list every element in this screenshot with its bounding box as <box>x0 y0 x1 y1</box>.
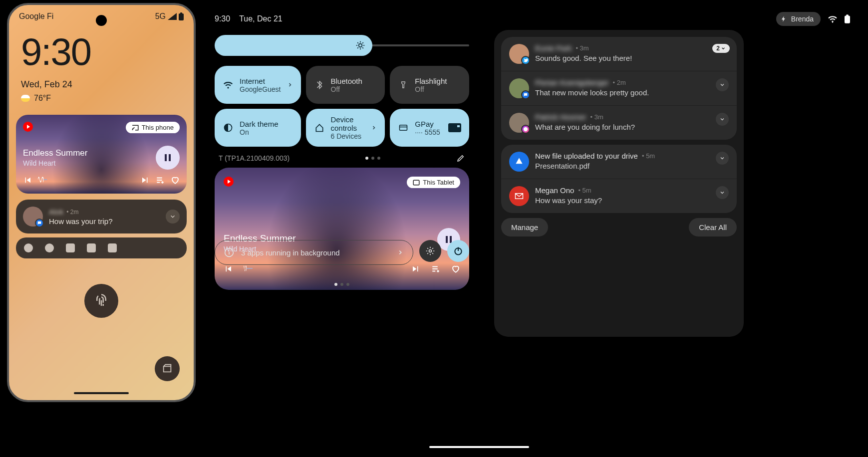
camera-notch <box>96 15 107 26</box>
drive-icon <box>509 152 529 172</box>
tablet-status-bar: 9:30 Tue, Dec 21 Brenda <box>215 0 868 26</box>
chevron-right-icon <box>371 124 377 132</box>
svg-rect-15 <box>457 125 460 127</box>
notification-row[interactable]: Florian Koenigsberger• 2m That new movie… <box>501 71 737 106</box>
user-chip[interactable]: Brenda <box>776 12 821 26</box>
queue-icon[interactable] <box>156 176 165 185</box>
svg-rect-3 <box>169 154 171 161</box>
fingerprint-button[interactable] <box>84 284 118 318</box>
qs-device-controls[interactable]: Device controls6 Devices <box>306 109 385 147</box>
notification-sender: Florian Koenigsberger <box>535 78 609 87</box>
notification-group: Eunie Park• 3m Sounds good. See you ther… <box>501 37 737 140</box>
notes-icon <box>108 243 117 252</box>
chevron-down-icon <box>719 116 725 122</box>
phone-lockscreen: Google Fi 5G 9:30 Wed, Feb 24 76°F This … <box>7 3 196 402</box>
bluetooth-icon <box>315 80 324 90</box>
nav-handle[interactable] <box>74 392 129 394</box>
qs-flashlight[interactable]: FlashlightOff <box>390 66 469 104</box>
svg-point-24 <box>429 250 432 252</box>
pause-button[interactable] <box>156 146 180 170</box>
previous-icon[interactable] <box>224 264 233 273</box>
drive-icon <box>87 243 96 252</box>
seek-bar[interactable] <box>38 175 135 185</box>
chevron-down-icon <box>719 190 725 196</box>
avatar <box>509 113 529 133</box>
background-apps-pill[interactable]: 3 apps running in background <box>215 240 413 265</box>
notification-message: Sounds good. See you there! <box>535 54 729 62</box>
notification-message: What are you doing for lunch? <box>535 123 710 131</box>
wallet-button[interactable] <box>155 356 180 381</box>
notification-time: • 3m <box>576 44 588 52</box>
svg-point-10 <box>227 87 229 88</box>
notification-app-icons[interactable] <box>16 237 187 258</box>
user-name: Brenda <box>791 15 814 23</box>
nav-handle[interactable] <box>429 446 529 448</box>
previous-icon[interactable] <box>23 176 32 185</box>
count-chip[interactable]: 2 <box>712 44 730 53</box>
queue-icon[interactable] <box>431 264 440 273</box>
next-icon[interactable] <box>411 264 420 273</box>
notification-row[interactable]: Patrick Hosmer• 3m What are you doing fo… <box>501 106 737 140</box>
media-player-card[interactable]: This Tablet Endless Summer Wild Heart <box>215 168 469 290</box>
cast-icon <box>132 125 139 131</box>
qs-internet[interactable]: InternetGoogleGuest <box>215 66 301 104</box>
expand-button[interactable] <box>716 113 729 126</box>
messages-badge-icon <box>35 219 44 228</box>
gmail-icon <box>509 186 529 206</box>
avatar <box>509 78 529 98</box>
cast-label: This phone <box>142 124 174 131</box>
chevron-down-icon <box>169 213 176 220</box>
qs-dark-theme[interactable]: Dark themeOn <box>215 109 301 147</box>
bg-apps-label: 3 apps running in background <box>241 248 390 257</box>
expand-button[interactable] <box>716 152 729 165</box>
manage-button[interactable]: Manage <box>501 218 548 236</box>
clock-date: Wed, Feb 24 <box>9 73 194 90</box>
cast-chip[interactable]: This Tablet <box>407 177 460 188</box>
temperature-label: 76°F <box>34 94 51 103</box>
notification-sender: Eunie Park <box>535 44 572 52</box>
clear-all-button[interactable]: Clear All <box>689 218 737 236</box>
notification-row[interactable]: New file uploaded to your drive• 5m Pres… <box>501 145 737 179</box>
qs-gpay[interactable]: GPay···· 5555 <box>390 109 469 147</box>
youtube-icon <box>66 243 75 252</box>
notification-row[interactable]: Eunie Park• 3m Sounds good. See you ther… <box>501 37 737 71</box>
chevron-down-icon <box>721 46 726 51</box>
settings-button[interactable] <box>419 240 441 262</box>
battery-icon <box>845 14 850 23</box>
qs-bluetooth[interactable]: BluetoothOff <box>306 66 385 104</box>
edit-icon[interactable] <box>456 154 465 163</box>
carrier-label: Google Fi <box>19 12 53 21</box>
seek-bar[interactable] <box>244 264 400 274</box>
dark-theme-icon <box>223 123 233 133</box>
expand-button[interactable] <box>716 78 729 91</box>
expand-button[interactable] <box>716 186 729 199</box>
power-button[interactable] <box>447 240 469 262</box>
cast-chip[interactable]: This phone <box>126 122 180 133</box>
notification-sender: Alok <box>49 208 63 216</box>
notification-time: • 2m <box>613 79 626 86</box>
notification-time: • 5m <box>578 187 591 194</box>
card-thumbnail-icon <box>448 123 461 132</box>
weather-widget[interactable]: 76°F <box>9 90 194 103</box>
svg-point-23 <box>229 250 230 251</box>
brightness-icon <box>355 40 365 50</box>
notification-shade: Eunie Park• 3m Sounds good. See you ther… <box>494 30 744 337</box>
messenger-badge-icon <box>521 125 530 134</box>
heart-icon[interactable] <box>171 176 180 185</box>
notification-row[interactable]: Alok • 2m How was your trip? <box>16 200 187 233</box>
bolt-icon <box>780 15 787 22</box>
clock-time: 9:30 <box>9 21 194 73</box>
brightness-slider[interactable] <box>215 35 469 56</box>
signal-icon <box>168 13 177 20</box>
notification-row[interactable]: Megan Ono• 5m How was your stay? <box>501 179 737 213</box>
media-player-card[interactable]: This phone Endless Summer Wild Heart <box>16 115 187 194</box>
svg-rect-14 <box>448 123 461 132</box>
svg-rect-16 <box>414 180 420 185</box>
facebook-icon <box>45 243 54 252</box>
expand-button[interactable] <box>166 210 180 224</box>
heart-icon[interactable] <box>451 264 460 273</box>
avatar <box>23 207 43 227</box>
chevron-down-icon <box>719 82 725 88</box>
next-icon[interactable] <box>141 176 150 185</box>
notification-message: Presentation.pdf <box>535 162 710 170</box>
